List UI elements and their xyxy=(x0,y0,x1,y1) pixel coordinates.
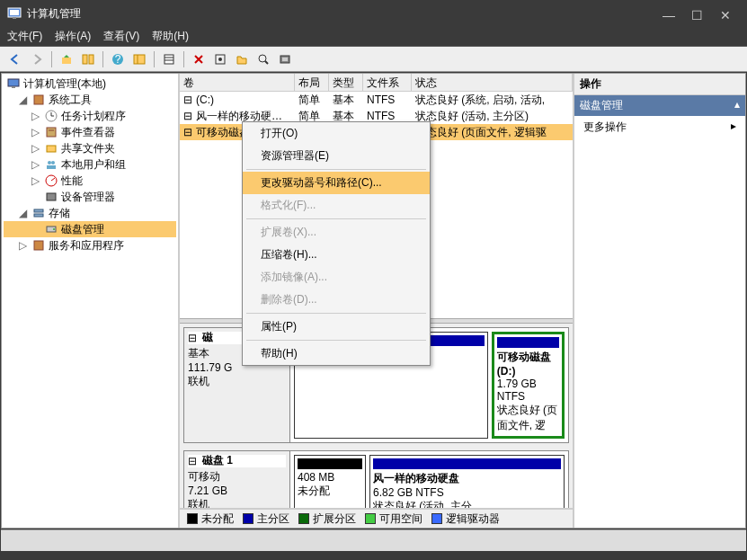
menu-view[interactable]: 查看(V) xyxy=(103,29,139,44)
disk-icon xyxy=(44,222,58,236)
svg-point-28 xyxy=(48,161,51,164)
storage-icon xyxy=(31,206,46,220)
tree-users[interactable]: ▷ 本地用户和组 xyxy=(4,156,176,173)
actions-section[interactable]: 磁盘管理 ▴ xyxy=(574,95,745,116)
svg-rect-2 xyxy=(13,17,16,19)
svg-rect-27 xyxy=(47,146,56,152)
delete-icon[interactable] xyxy=(189,49,209,69)
expand-icon[interactable]: ▷ xyxy=(29,142,41,155)
disk-info[interactable]: ⊟磁盘 1 可移动 7.21 GB 联机 xyxy=(184,451,290,509)
computer-icon xyxy=(6,76,21,91)
device-icon xyxy=(44,190,58,204)
toolbar: ? xyxy=(0,47,747,72)
col-fs[interactable]: 文件系统 xyxy=(363,74,412,91)
legend: 未分配 主分区 扩展分区 可用空间 逻辑驱动器 xyxy=(180,508,573,528)
ctx-mirror[interactable]: 添加镜像(A)... xyxy=(243,266,430,289)
col-status[interactable]: 状态 xyxy=(412,74,573,91)
svg-rect-35 xyxy=(34,214,43,217)
partition[interactable]: 408 MB 未分配 xyxy=(294,455,366,509)
ctx-extend[interactable]: 扩展卷(X)... xyxy=(243,221,430,244)
settings-icon[interactable] xyxy=(210,49,230,69)
search-icon[interactable] xyxy=(253,49,273,69)
clock-icon xyxy=(44,109,58,123)
close-button[interactable]: ✕ xyxy=(720,8,731,19)
window-title: 计算机管理 xyxy=(27,6,663,22)
tree-event[interactable]: ▷ 事件查看器 xyxy=(4,124,176,140)
tree-share[interactable]: ▷ 共享文件夹 xyxy=(4,140,176,156)
maximize-button[interactable]: ☐ xyxy=(691,8,702,19)
expand-icon[interactable]: ▷ xyxy=(29,126,41,138)
expand-icon[interactable]: ▷ xyxy=(29,110,41,122)
minimize-button[interactable]: — xyxy=(663,8,673,19)
svg-rect-4 xyxy=(83,55,87,64)
svg-rect-20 xyxy=(12,86,15,88)
tree-systools[interactable]: ◢ 系统工具 xyxy=(4,92,176,108)
folder-icon[interactable] xyxy=(232,49,252,69)
tools-icon xyxy=(31,93,46,107)
actions-pane: 操作 磁盘管理 ▴ 更多操作 ▸ xyxy=(574,74,745,528)
expand-icon[interactable]: ▷ xyxy=(29,174,41,187)
svg-rect-3 xyxy=(62,58,71,64)
ctx-delete[interactable]: 删除卷(D)... xyxy=(243,289,430,311)
svg-rect-8 xyxy=(134,55,145,64)
show-hide-icon[interactable] xyxy=(78,49,98,69)
context-menu: 打开(O) 资源管理器(E) 更改驱动器号和路径(C)... 格式化(F)...… xyxy=(242,121,431,366)
back-button[interactable] xyxy=(5,49,25,69)
users-icon xyxy=(44,157,58,172)
partition[interactable]: 风一样的移动硬盘 6.82 GB NTFS 状态良好 (活动, 主分 xyxy=(369,455,565,509)
menu-action[interactable]: 操作(A) xyxy=(55,29,91,44)
volume-header: 卷 布局 类型 文件系统 状态 xyxy=(180,74,573,92)
tree-root[interactable]: 计算机管理(本地) xyxy=(4,76,176,92)
more-actions[interactable]: 更多操作 ▸ xyxy=(574,116,745,138)
tree-devmgr[interactable]: 设备管理器 xyxy=(4,189,176,205)
menu-file[interactable]: 文件(F) xyxy=(7,29,42,44)
ctx-change-drive-letter[interactable]: 更改驱动器号和路径(C)... xyxy=(243,172,430,194)
ctx-explore[interactable]: 资源管理器(E) xyxy=(243,145,430,167)
partition-selected[interactable]: 可移动磁盘 (D:) 1.79 GB NTFS 状态良好 (页面文件, 逻 xyxy=(492,332,565,439)
help-icon[interactable]: ? xyxy=(108,49,128,69)
services-icon xyxy=(31,238,46,253)
main-pane: 卷 布局 类型 文件系统 状态 ⊟(C:) 简单 基本 NTFS 状态良好 (系… xyxy=(180,74,574,528)
volume-row[interactable]: ⊟(C:) 简单 基本 NTFS 状态良好 (系统, 启动, 活动, xyxy=(180,92,573,108)
svg-rect-5 xyxy=(89,55,93,64)
tree-storage[interactable]: ◢ 存储 xyxy=(4,205,176,221)
menu-bar: 文件(F) 操作(A) 查看(V) 帮助(H) xyxy=(0,27,747,47)
ctx-properties[interactable]: 属性(P) xyxy=(243,316,430,338)
perf-icon xyxy=(44,173,58,188)
panel-icon[interactable] xyxy=(129,49,149,69)
collapse-icon[interactable]: ◢ xyxy=(16,207,29,219)
menu-help[interactable]: 帮助(H) xyxy=(152,29,189,44)
ctx-shrink[interactable]: 压缩卷(H)... xyxy=(243,244,430,266)
col-volume[interactable]: 卷 xyxy=(180,74,295,91)
up-icon[interactable] xyxy=(57,49,76,69)
expand-icon[interactable]: ▷ xyxy=(29,158,41,171)
ctx-format[interactable]: 格式化(F)... xyxy=(243,194,430,217)
tree-diskmgmt[interactable]: 磁盘管理 xyxy=(4,221,176,237)
share-icon xyxy=(44,141,58,156)
tree-perf[interactable]: ▷ 性能 xyxy=(4,173,176,189)
svg-text:?: ? xyxy=(115,53,121,66)
collapse-icon[interactable]: ▴ xyxy=(734,98,740,113)
ctx-open[interactable]: 打开(O) xyxy=(243,122,430,145)
col-type[interactable]: 类型 xyxy=(329,74,363,91)
title-bar: 计算机管理 — ☐ ✕ xyxy=(0,0,747,27)
tree-task[interactable]: ▷ 任务计划程序 xyxy=(4,108,176,124)
svg-rect-10 xyxy=(165,55,173,64)
ctx-help[interactable]: 帮助(H) xyxy=(243,342,430,365)
col-layout[interactable]: 布局 xyxy=(295,74,329,91)
svg-rect-19 xyxy=(8,79,19,86)
disk-row: ⊟磁盘 1 可移动 7.21 GB 联机 408 MB 未分配 风一样的移动硬盘… xyxy=(183,450,569,509)
svg-rect-1 xyxy=(10,10,19,15)
svg-rect-25 xyxy=(47,128,56,137)
svg-rect-30 xyxy=(47,165,56,169)
collapse-icon[interactable]: ◢ xyxy=(16,93,29,106)
refresh-icon[interactable] xyxy=(275,49,295,69)
list-icon[interactable] xyxy=(159,49,179,69)
expand-icon[interactable]: ▷ xyxy=(16,239,29,252)
app-icon xyxy=(7,6,22,21)
tree-services[interactable]: ▷ 服务和应用程序 xyxy=(4,237,176,253)
svg-point-37 xyxy=(53,228,55,230)
svg-rect-34 xyxy=(34,209,43,212)
forward-button[interactable] xyxy=(27,49,47,69)
svg-rect-18 xyxy=(282,58,288,61)
